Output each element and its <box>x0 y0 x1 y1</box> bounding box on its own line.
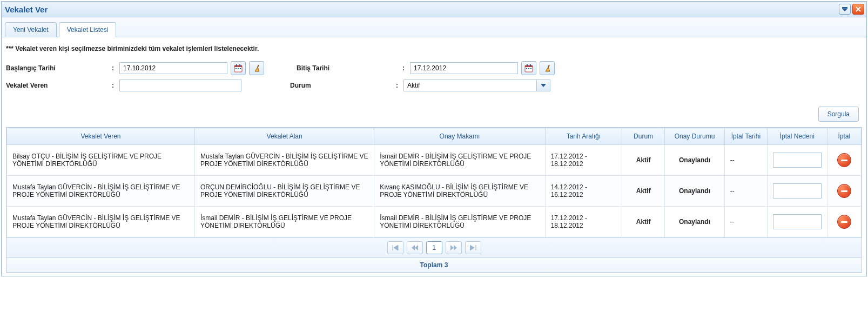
pager-current-page[interactable]: 1 <box>426 241 442 254</box>
end-date-input[interactable] <box>410 62 518 74</box>
form-row-2: Vekalet Veren : Durum : <box>6 80 862 91</box>
col-approval[interactable]: Onay Durumu <box>665 128 725 145</box>
svg-rect-0 <box>842 7 847 9</box>
minus-icon <box>841 160 847 161</box>
cancel-reason-input[interactable] <box>773 183 822 199</box>
start-date-clear-button[interactable] <box>249 61 264 75</box>
colon: : <box>112 82 116 89</box>
cell-grantor: Mustafa Taylan GÜVERCİN - BİLİŞİM İŞ GEL… <box>7 176 195 207</box>
start-date-picker-button[interactable] <box>231 61 246 75</box>
prev-page-icon <box>412 245 418 250</box>
svg-rect-13 <box>528 68 529 69</box>
col-authority[interactable]: Onay Makamı <box>374 128 545 145</box>
cell-approval: Onaylandı <box>665 207 725 237</box>
svg-rect-14 <box>530 68 531 69</box>
status-label: Durum <box>290 82 393 89</box>
tab-vekalet-list[interactable]: Vekalet Listesi <box>59 22 117 37</box>
cell-date-range: 17.12.2012 - 18.12.2012 <box>545 207 622 237</box>
cancel-row-button[interactable] <box>837 215 851 229</box>
cell-status: Aktif <box>622 176 665 207</box>
svg-rect-12 <box>526 68 527 69</box>
status-dropdown-button[interactable] <box>536 80 550 91</box>
cell-authority: İsmail DEMİR - BİLİŞİM İŞ GELİŞTİRME VE … <box>374 207 545 237</box>
cell-cancel-action <box>827 145 861 176</box>
end-date-label: Bitiş Tarihi <box>297 64 399 72</box>
cell-approval: Onaylandı <box>665 145 725 176</box>
tabstrip: Yeni Vekalet Vekalet Listesi <box>2 17 866 37</box>
pager-first-button[interactable] <box>387 241 403 254</box>
table-row[interactable]: Bilsay OTÇU - BİLİŞİM İŞ GELİŞTİRME VE P… <box>7 145 862 176</box>
window-controls <box>839 4 864 15</box>
panel-body: *** Vekalet veren kişi seçilmezse birimi… <box>2 37 866 276</box>
cancel-reason-input[interactable] <box>773 153 822 168</box>
cell-date-range: 17.12.2012 - 18.12.2012 <box>545 145 622 176</box>
minimize-button[interactable] <box>839 4 851 15</box>
cell-status: Aktif <box>622 207 665 237</box>
results-grid: Vekalet Veren Vekalet Alan Onay Makamı T… <box>6 127 862 273</box>
cell-cancel-date: -- <box>724 145 767 176</box>
cell-cancel-action <box>827 207 861 237</box>
colon: : <box>402 64 407 72</box>
col-grantee[interactable]: Vekalet Alan <box>195 128 374 145</box>
cell-cancel-date: -- <box>724 207 767 237</box>
col-date-range[interactable]: Tarih Aralığı <box>545 128 622 145</box>
svg-rect-4 <box>239 64 240 67</box>
vekalet-window: Vekalet Ver Yeni Vekalet Vekalet Listesi… <box>1 1 867 276</box>
minus-icon <box>841 221 847 223</box>
col-grantor[interactable]: Vekalet Veren <box>7 128 195 145</box>
close-button[interactable] <box>852 4 864 15</box>
cancel-row-button[interactable] <box>837 153 851 167</box>
col-cancel-reason[interactable]: İptal Nedeni <box>767 128 827 145</box>
table-row[interactable]: Mustafa Taylan GÜVERCİN - BİLİŞİM İŞ GEL… <box>7 207 862 237</box>
svg-rect-11 <box>530 64 531 67</box>
pager-next-button[interactable] <box>446 241 462 254</box>
start-date-input[interactable] <box>119 62 227 74</box>
window-titlebar: Vekalet Ver <box>2 2 866 17</box>
col-status[interactable]: Durum <box>622 128 665 145</box>
pager-bar: 1 <box>6 237 862 257</box>
start-date-label: Başlangıç Tarihi <box>6 64 109 72</box>
cell-status: Aktif <box>622 145 665 176</box>
status-combo[interactable] <box>403 80 550 91</box>
cancel-row-button[interactable] <box>837 184 851 198</box>
col-cancel-action[interactable]: İptal <box>827 128 861 145</box>
end-date-picker-button[interactable] <box>521 61 536 75</box>
cell-cancel-reason <box>767 145 827 176</box>
last-page-icon <box>470 245 476 250</box>
col-cancel-date[interactable]: İptal Tarihi <box>724 128 767 145</box>
cell-grantee: İsmail DEMİR - BİLİŞİM İŞ GELİŞTİRME VE … <box>195 207 374 237</box>
pager-prev-button[interactable] <box>407 241 423 254</box>
svg-rect-10 <box>527 64 528 67</box>
end-date-clear-button[interactable] <box>540 61 555 75</box>
cell-grantee: Mustafa Taylan GÜVERCİN - BİLİŞİM İŞ GEL… <box>195 145 374 176</box>
cell-cancel-date: -- <box>724 176 767 207</box>
calendar-icon <box>524 64 533 72</box>
broom-icon <box>543 64 551 72</box>
broom-icon <box>252 64 261 72</box>
status-value[interactable] <box>403 80 536 91</box>
cell-cancel-reason <box>767 207 827 237</box>
cell-cancel-action <box>827 176 861 207</box>
pager-last-button[interactable] <box>465 241 481 254</box>
table-row[interactable]: Mustafa Taylan GÜVERCİN - BİLİŞİM İŞ GEL… <box>7 176 862 207</box>
cell-approval: Onaylandı <box>665 176 725 207</box>
calendar-icon <box>234 64 243 72</box>
cell-grantor: Bilsay OTÇU - BİLİŞİM İŞ GELİŞTİRME VE P… <box>7 145 195 176</box>
cancel-reason-input[interactable] <box>773 214 822 229</box>
grantor-label: Vekalet Veren <box>6 82 109 89</box>
cell-authority: İsmail DEMİR - BİLİŞİM İŞ GELİŞTİRME VE … <box>374 145 545 176</box>
svg-rect-9 <box>525 65 533 67</box>
grantor-input[interactable] <box>119 80 241 91</box>
svg-rect-2 <box>234 65 242 67</box>
cell-grantor: Mustafa Taylan GÜVERCİN - BİLİŞİM İŞ GEL… <box>7 207 195 237</box>
cell-cancel-reason <box>767 176 827 207</box>
chevron-down-icon <box>541 84 546 87</box>
colon: : <box>396 82 400 89</box>
svg-rect-6 <box>238 68 239 69</box>
tab-new-vekalet[interactable]: Yeni Vekalet <box>5 22 57 37</box>
svg-rect-3 <box>236 64 237 67</box>
svg-rect-7 <box>240 68 241 69</box>
cell-date-range: 14.12.2012 - 16.12.2012 <box>545 176 622 207</box>
query-button[interactable]: Sorgula <box>818 107 859 122</box>
total-bar: Toplam 3 <box>6 257 862 272</box>
